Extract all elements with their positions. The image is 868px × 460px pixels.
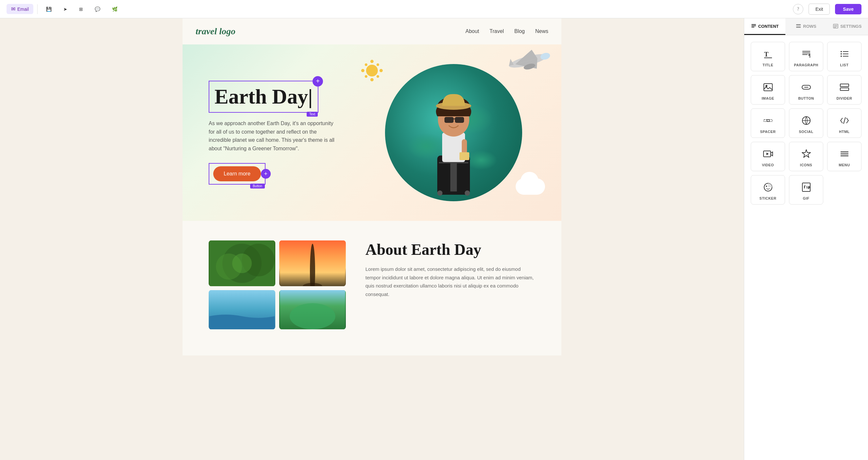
email-icon: ✉ <box>11 6 16 12</box>
html-item-label: HTML <box>839 130 850 134</box>
content-item-paragraph[interactable]: ¶ PARAGRAPH <box>789 42 823 71</box>
sunset-scene <box>279 241 346 286</box>
svg-rect-49 <box>834 27 836 28</box>
content-item-sticker[interactable]: STICKER <box>751 175 785 205</box>
svg-rect-26 <box>444 117 454 123</box>
content-item-menu[interactable]: MENU <box>827 142 862 171</box>
hero-title: Earth Day| <box>215 85 312 108</box>
svg-rect-47 <box>834 25 837 26</box>
svg-rect-66 <box>840 84 849 87</box>
forest-image <box>209 241 275 286</box>
chat-tab[interactable]: 💬 <box>90 5 105 14</box>
svg-rect-45 <box>796 27 801 28</box>
sun-decoration <box>359 58 385 84</box>
learn-more-button[interactable]: Learn more <box>213 166 261 181</box>
button-badge: Button <box>250 184 265 188</box>
hero-right <box>372 64 535 201</box>
canvas-area: travel logo About Travel Blog News Earth… <box>0 18 744 460</box>
content-item-divider[interactable]: DIVIDER <box>827 75 862 104</box>
svg-rect-27 <box>455 117 464 123</box>
title-icon: T <box>763 48 773 60</box>
button-add-button[interactable]: + <box>261 169 271 179</box>
svg-point-7 <box>365 75 367 78</box>
button-wrapper[interactable]: Learn more Button + <box>209 163 266 185</box>
nav-link-about[interactable]: About <box>465 28 479 34</box>
content-item-social[interactable]: SOCIAL <box>789 109 823 138</box>
ocean-image <box>209 290 275 329</box>
nav-link-news[interactable]: News <box>535 28 548 34</box>
exit-button[interactable]: Exit <box>809 4 830 15</box>
about-text: Lorem ipsum dolor sit amet, consectetur … <box>365 265 535 298</box>
send-tab[interactable]: ➤ <box>59 5 72 14</box>
content-grid: T TITLE ¶ <box>751 42 862 205</box>
save-button[interactable]: Save <box>835 4 862 14</box>
sticker-icon <box>763 181 773 194</box>
tropical-scene <box>279 290 346 329</box>
panel-tabs: CONTENT ROWS SETTINGS <box>744 18 868 35</box>
grid-tab[interactable]: ⊞ <box>74 5 88 14</box>
svg-rect-68 <box>764 120 772 122</box>
tropical-image <box>279 290 346 329</box>
about-content: About Earth Day Lorem ipsum dolor sit am… <box>365 241 535 298</box>
svg-point-56 <box>841 51 842 52</box>
svg-point-40 <box>290 303 335 329</box>
toolbar-right: ? Exit Save <box>793 4 862 15</box>
list-icon <box>839 48 850 60</box>
svg-point-3 <box>361 69 365 72</box>
paragraph-icon: ¶ <box>801 48 811 60</box>
leaf-tab[interactable]: 🌿 <box>107 5 122 14</box>
about-section: About Earth Day Lorem ipsum dolor sit am… <box>183 221 561 356</box>
svg-point-8 <box>376 75 379 78</box>
svg-rect-23 <box>460 152 469 160</box>
svg-line-73 <box>843 117 845 124</box>
svg-point-63 <box>766 85 768 87</box>
svg-point-20 <box>465 190 470 196</box>
image-item-label: IMAGE <box>762 96 774 100</box>
title-wrapper[interactable]: Earth Day| Text + <box>209 81 318 113</box>
content-item-title[interactable]: T TITLE <box>751 42 785 71</box>
content-item-image[interactable]: IMAGE <box>751 75 785 104</box>
svg-rect-67 <box>840 88 849 91</box>
svg-point-4 <box>379 69 383 72</box>
content-item-spacer[interactable]: i SPACER <box>751 109 785 138</box>
icons-icon <box>801 147 811 160</box>
svg-marker-76 <box>767 153 769 155</box>
email-tab[interactable]: ✉ Email <box>6 4 33 14</box>
content-item-icons[interactable]: ICONS <box>789 142 823 171</box>
tab-rows[interactable]: ROWS <box>785 18 827 35</box>
chat-icon: 💬 <box>95 6 100 12</box>
forest-scene <box>209 241 275 286</box>
nav-links: About Travel Blog News <box>465 28 548 34</box>
icons-item-label: ICONS <box>800 163 812 167</box>
rows-tab-icon <box>796 24 801 29</box>
nav-link-blog[interactable]: Blog <box>514 28 525 34</box>
leaf-icon: 🌿 <box>112 6 118 12</box>
content-item-html[interactable]: HTML <box>827 109 862 138</box>
svg-rect-18 <box>450 159 457 191</box>
title-add-button[interactable]: + <box>312 76 323 87</box>
save-disk-icon: 💾 <box>46 6 52 12</box>
content-item-button[interactable]: BUTTON <box>789 75 823 104</box>
tab-settings[interactable]: SETTINGS <box>827 18 868 35</box>
content-item-video[interactable]: VIDEO <box>751 142 785 171</box>
help-button[interactable]: ? <box>793 4 803 14</box>
nav-link-travel[interactable]: Travel <box>490 28 504 34</box>
email-logo: travel logo <box>196 26 236 37</box>
tab-content[interactable]: CONTENT <box>744 18 785 35</box>
panel-content: T TITLE ¶ <box>744 35 868 460</box>
svg-point-6 <box>376 63 379 66</box>
content-item-list[interactable]: LIST <box>827 42 862 71</box>
button-icon <box>801 81 811 94</box>
svg-point-1 <box>370 60 374 63</box>
content-item-gif[interactable]: GIF <box>789 175 823 205</box>
svg-point-58 <box>841 53 842 55</box>
tab-rows-label: ROWS <box>803 24 816 29</box>
svg-rect-48 <box>834 26 837 27</box>
about-title: About Earth Day <box>365 241 535 258</box>
email-canvas: travel logo About Travel Blog News Earth… <box>183 18 561 356</box>
video-item-label: VIDEO <box>762 163 774 167</box>
svg-rect-44 <box>796 24 801 26</box>
save-icon-tab[interactable]: 💾 <box>41 5 56 14</box>
svg-point-19 <box>437 190 442 196</box>
content-tab-icon <box>751 24 756 29</box>
